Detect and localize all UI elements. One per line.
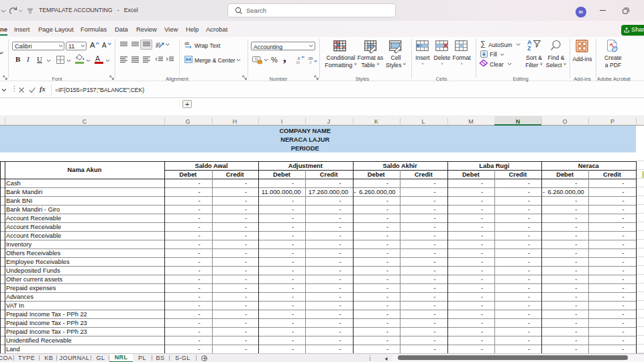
- svg-text:.0: .0: [309, 60, 311, 64]
- svg-text:A: A: [527, 39, 532, 46]
- svg-text:.00: .00: [295, 60, 300, 64]
- svg-text:ab: ab: [156, 40, 162, 49]
- svg-text:Z: Z: [527, 45, 531, 51]
- svg-text:ab: ab: [184, 41, 190, 46]
